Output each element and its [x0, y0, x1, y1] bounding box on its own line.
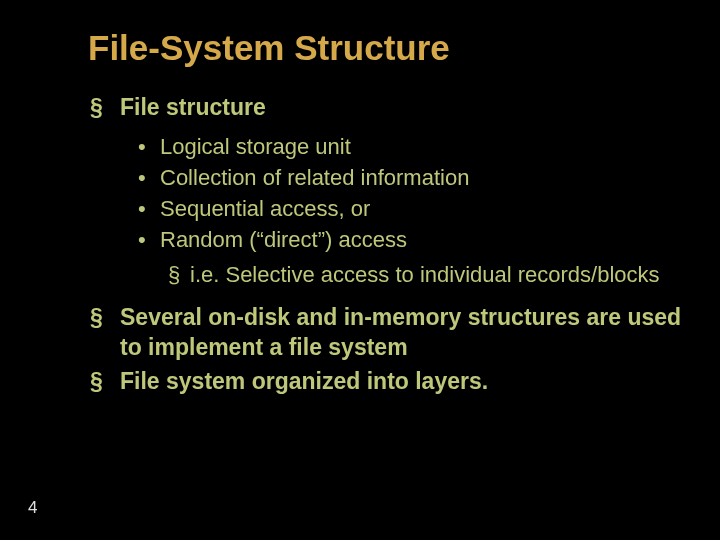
page-number: 4 [28, 498, 37, 518]
bullet-l3: i.e. Selective access to individual reco… [88, 260, 684, 289]
bullet-l2: Sequential access, or [88, 194, 684, 223]
bullet-l2: Random (“direct”) access [88, 225, 684, 254]
slide-title: File-System Structure [88, 28, 684, 68]
bullet-l1: File system organized into layers. [88, 366, 684, 396]
bullet-l1: File structure [88, 92, 684, 122]
bullet-l2: Collection of related information [88, 163, 684, 192]
bullet-l2: Logical storage unit [88, 132, 684, 161]
slide: File-System Structure File structure Log… [0, 0, 720, 540]
bullet-l1: Several on-disk and in-memory structures… [88, 302, 684, 363]
slide-content: File structure Logical storage unit Coll… [88, 92, 684, 397]
